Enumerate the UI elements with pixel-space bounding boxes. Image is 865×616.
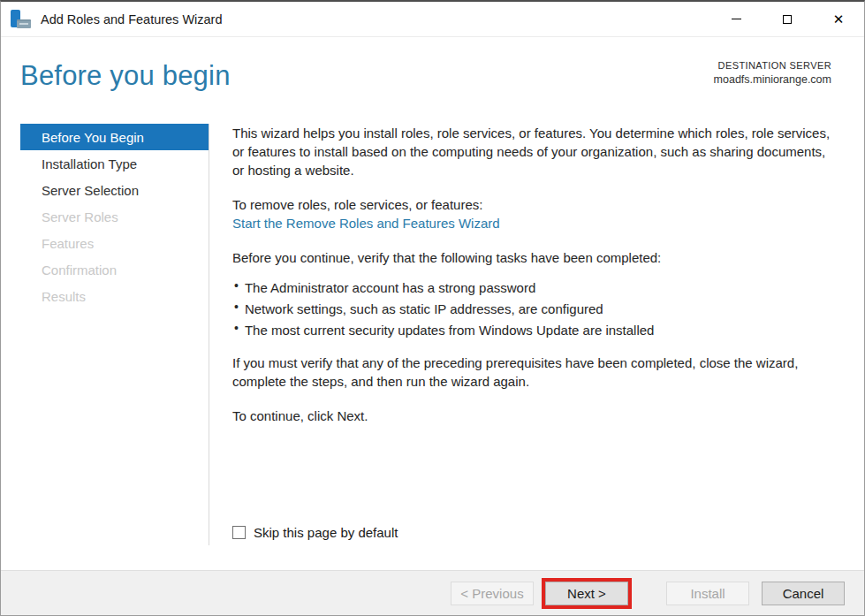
skip-page-checkbox[interactable]: [232, 526, 246, 539]
previous-button: < Previous: [451, 582, 534, 605]
prerequisite-item: The most current security updates from W…: [234, 320, 834, 341]
verify-intro-text: Before you continue, verify that the fol…: [232, 248, 834, 267]
sidebar-item-before-you-begin[interactable]: Before You Begin: [20, 124, 209, 150]
sidebar-item-server-selection[interactable]: Server Selection: [20, 177, 209, 203]
maximize-button[interactable]: [762, 2, 813, 36]
next-button[interactable]: Next >: [545, 582, 628, 605]
minimize-button[interactable]: [710, 2, 762, 36]
close-icon: ✕: [833, 12, 845, 26]
destination-server-block: DESTINATION SERVER moadfs.miniorange.com: [714, 60, 831, 86]
sidebar-item-results: Results: [20, 283, 209, 309]
prerequisite-item: Network settings, such as static IP addr…: [234, 299, 834, 320]
sidebar-item-label: Confirmation: [42, 262, 117, 278]
wizard-footer: < Previous Next > Install Cancel: [1, 570, 864, 615]
sidebar-item-confirmation: Confirmation: [20, 256, 209, 283]
window-controls: ✕: [710, 2, 864, 36]
wizard-step-nav: Before You Begin Installation Type Serve…: [20, 124, 209, 545]
title-bar: Add Roles and Features Wizard ✕: [1, 2, 864, 37]
remove-intro-text: To remove roles, role services, or featu…: [232, 195, 834, 214]
sidebar-item-label: Server Selection: [42, 183, 139, 198]
install-button: Install: [666, 582, 749, 605]
sidebar-item-installation-type[interactable]: Installation Type: [20, 150, 209, 177]
wizard-header: Before you begin DESTINATION SERVER moad…: [1, 37, 864, 111]
sidebar-item-label: Server Roles: [42, 209, 118, 224]
verify-note-text: If you must verify that any of the prece…: [232, 354, 834, 391]
sidebar-item-label: Installation Type: [42, 156, 137, 171]
wizard-content: This wizard helps you install roles, rol…: [232, 124, 834, 545]
sidebar-item-label: Before You Begin: [42, 130, 144, 145]
page-title: Before you begin: [20, 60, 231, 92]
continue-note-text: To continue, click Next.: [232, 407, 834, 425]
wizard-window: Add Roles and Features Wizard ✕ Before y…: [0, 0, 865, 616]
prerequisite-item: The Administrator account has a strong p…: [234, 278, 834, 299]
wizard-body: Before You Begin Installation Type Serve…: [1, 111, 864, 549]
cancel-button[interactable]: Cancel: [762, 582, 845, 605]
sidebar-item-features: Features: [20, 230, 209, 256]
sidebar-item-server-roles: Server Roles: [20, 203, 209, 230]
sidebar-item-label: Features: [42, 236, 94, 251]
destination-server-name: moadfs.miniorange.com: [714, 73, 831, 86]
prerequisite-list: The Administrator account has a strong p…: [234, 278, 834, 341]
intro-paragraph: This wizard helps you install roles, rol…: [232, 124, 834, 179]
remove-roles-wizard-link[interactable]: Start the Remove Roles and Features Wiza…: [232, 214, 500, 232]
minimize-icon: [732, 19, 741, 19]
skip-page-label: Skip this page by default: [254, 523, 398, 542]
maximize-icon: [783, 15, 792, 24]
server-manager-icon: [10, 9, 33, 30]
next-button-highlight: Next >: [542, 578, 632, 609]
close-button[interactable]: ✕: [813, 2, 864, 36]
destination-server-label: DESTINATION SERVER: [714, 60, 831, 71]
window-title: Add Roles and Features Wizard: [41, 12, 710, 27]
sidebar-item-label: Results: [42, 289, 86, 304]
skip-page-row: Skip this page by default: [232, 523, 834, 542]
